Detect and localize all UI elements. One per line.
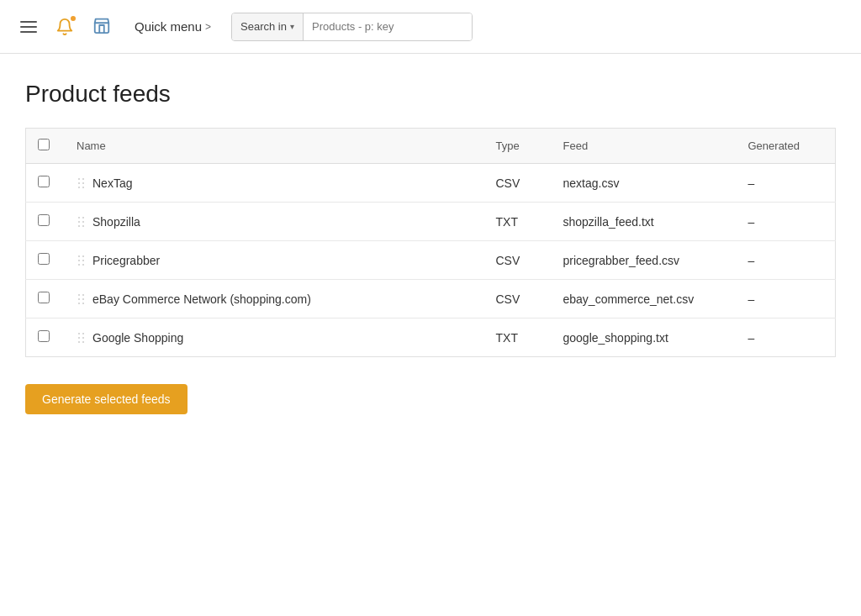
row-feed-cell: ebay_commerce_net.csv — [550, 280, 735, 319]
drag-handle-icon[interactable] — [77, 292, 86, 306]
search-in-label: Search in — [240, 20, 287, 33]
row-feed-cell: pricegrabber_feed.csv — [550, 241, 735, 280]
generated-column-header: Generated — [735, 129, 836, 164]
chevron-right-icon: > — [205, 21, 211, 33]
drag-handle-icon[interactable] — [77, 215, 86, 229]
drag-handle-icon[interactable] — [77, 254, 86, 267]
row-checkbox-3[interactable] — [38, 292, 50, 303]
row-name-cell: eBay Commerce Network (shopping.com) — [63, 280, 483, 319]
row-type-cell: CSV — [483, 280, 550, 319]
row-controls: NexTag — [77, 176, 469, 190]
feeds-table: Name Type Feed Generated — [25, 128, 836, 357]
row-feed-cell: google_shopping.txt — [550, 319, 735, 357]
table-row: Google Shopping TXT google_shopping.txt … — [26, 319, 836, 357]
row-checkbox-cell — [26, 319, 64, 357]
row-type-cell: CSV — [483, 164, 550, 203]
page-title: Product feeds — [25, 81, 836, 108]
drag-handle-icon[interactable] — [77, 176, 86, 190]
row-controls: Shopzilla — [77, 215, 469, 229]
row-name-cell: Pricegrabber — [63, 241, 483, 280]
row-checkbox-1[interactable] — [38, 214, 50, 226]
type-column-header: Type — [483, 129, 550, 164]
row-name: NexTag — [92, 176, 132, 190]
header-left — [17, 13, 114, 40]
row-checkbox-cell — [26, 241, 64, 280]
table-row: Pricegrabber CSV pricegrabber_feed.csv – — [26, 241, 836, 280]
table-row: NexTag CSV nextag.csv – — [26, 164, 836, 203]
row-feed-cell: shopzilla_feed.txt — [550, 203, 735, 241]
search-area: Search in ▾ — [231, 13, 473, 41]
drag-handle-icon[interactable] — [77, 331, 86, 345]
row-checkbox-0[interactable] — [38, 176, 50, 187]
row-generated-cell: – — [735, 280, 836, 319]
select-all-column — [26, 129, 64, 164]
table-header-row: Name Type Feed Generated — [26, 129, 836, 164]
row-checkbox-4[interactable] — [38, 330, 50, 342]
row-generated-cell: – — [735, 164, 836, 203]
row-generated-cell: – — [735, 203, 836, 241]
shop-icon[interactable] — [89, 13, 114, 40]
notification-icon[interactable] — [52, 14, 77, 39]
row-feed-cell: nextag.csv — [550, 164, 735, 203]
row-generated-cell: – — [735, 319, 836, 357]
search-in-button[interactable]: Search in ▾ — [232, 13, 304, 40]
row-name: Google Shopping — [92, 331, 183, 345]
search-in-chevron-icon: ▾ — [290, 22, 294, 31]
quick-menu-label: Quick menu — [135, 19, 202, 34]
feed-column-header: Feed — [550, 129, 735, 164]
select-all-checkbox[interactable] — [38, 139, 50, 150]
row-controls: eBay Commerce Network (shopping.com) — [77, 292, 469, 306]
header: Quick menu > Search in ▾ — [0, 0, 861, 54]
name-column-header: Name — [63, 129, 483, 164]
hamburger-menu-icon[interactable] — [17, 18, 40, 36]
row-name-cell: Shopzilla — [63, 203, 483, 241]
row-type-cell: TXT — [483, 319, 550, 357]
quick-menu[interactable]: Quick menu > — [128, 16, 218, 37]
row-name: Pricegrabber — [92, 254, 160, 267]
row-name: Shopzilla — [92, 215, 140, 229]
main-content: Product feeds Name Type Feed Generated — [0, 54, 861, 441]
table-row: Shopzilla TXT shopzilla_feed.txt – — [26, 203, 836, 241]
row-name: eBay Commerce Network (shopping.com) — [92, 292, 311, 306]
row-controls: Pricegrabber — [77, 254, 469, 267]
row-checkbox-cell — [26, 203, 64, 241]
generate-selected-feeds-button[interactable]: Generate selected feeds — [25, 384, 188, 414]
table-row: eBay Commerce Network (shopping.com) CSV… — [26, 280, 836, 319]
notification-badge — [69, 14, 77, 23]
row-controls: Google Shopping — [77, 331, 469, 345]
search-input[interactable] — [304, 13, 472, 40]
row-type-cell: TXT — [483, 203, 550, 241]
row-type-cell: CSV — [483, 241, 550, 280]
row-checkbox-cell — [26, 280, 64, 319]
row-name-cell: Google Shopping — [63, 319, 483, 357]
row-generated-cell: – — [735, 241, 836, 280]
row-checkbox-cell — [26, 164, 64, 203]
row-name-cell: NexTag — [63, 164, 483, 203]
row-checkbox-2[interactable] — [38, 253, 50, 265]
